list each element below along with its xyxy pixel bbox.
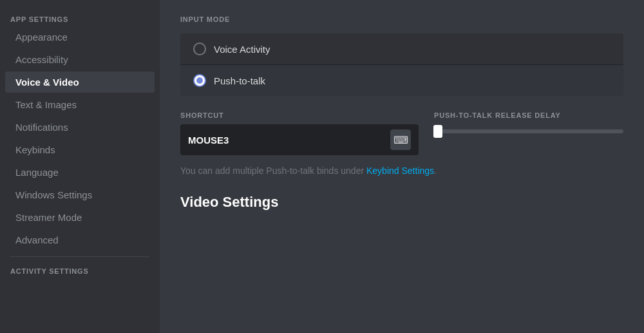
sidebar-item-windows-settings[interactable]: Windows Settings <box>5 184 155 205</box>
sidebar-item-label: Keybinds <box>15 144 55 155</box>
sidebar-item-label: Advanced <box>15 234 59 245</box>
sidebar: APP SETTINGS Appearance Accessibility Vo… <box>0 0 160 333</box>
shortcut-delay-row: SHORTCUT MOUSE3 ⌨ PUSH-TO-TALK RELEASE D… <box>180 111 623 155</box>
sidebar-item-label: Language <box>15 167 59 178</box>
delay-slider-thumb[interactable] <box>433 125 442 138</box>
delay-label: PUSH-TO-TALK RELEASE DELAY <box>434 111 623 119</box>
activity-settings-label: ACTIVITY SETTINGS <box>0 262 160 278</box>
keybind-info-text: You can add multiple Push-to-talk binds … <box>180 166 366 176</box>
shortcut-section: SHORTCUT MOUSE3 ⌨ <box>180 111 419 155</box>
delay-slider-container <box>434 129 623 133</box>
sidebar-item-appearance[interactable]: Appearance <box>5 26 155 48</box>
shortcut-label: SHORTCUT <box>180 111 419 119</box>
sidebar-item-advanced[interactable]: Advanced <box>5 229 155 251</box>
input-mode-options: Voice Activity Push-to-talk <box>180 33 623 96</box>
main-content: INPUT MODE Voice Activity Push-to-talk S… <box>160 0 644 333</box>
sidebar-item-label: Windows Settings <box>15 189 92 200</box>
keybind-info: You can add multiple Push-to-talk binds … <box>180 166 623 176</box>
sidebar-item-label: Appearance <box>15 32 68 43</box>
delay-section: PUSH-TO-TALK RELEASE DELAY <box>434 111 623 133</box>
sidebar-item-label: Text & Images <box>15 99 77 110</box>
shortcut-input-row[interactable]: MOUSE3 ⌨ <box>180 124 419 155</box>
delay-slider-track[interactable] <box>434 129 623 133</box>
sidebar-item-label: Accessibility <box>15 54 68 65</box>
voice-activity-label: Voice Activity <box>214 44 270 55</box>
sidebar-item-accessibility[interactable]: Accessibility <box>5 49 155 70</box>
sidebar-item-label: Notifications <box>15 122 68 133</box>
push-to-talk-radio[interactable] <box>193 74 206 87</box>
push-to-talk-label: Push-to-talk <box>214 75 265 86</box>
sidebar-item-notifications[interactable]: Notifications <box>5 117 155 138</box>
keybind-settings-link[interactable]: Keybind Settings <box>366 166 434 176</box>
keybind-info-end: . <box>434 166 437 176</box>
app-settings-label: APP SETTINGS <box>0 10 160 26</box>
sidebar-item-label: Voice & Video <box>15 77 79 88</box>
keyboard-icon: ⌨ <box>393 134 408 146</box>
sidebar-divider <box>10 256 149 257</box>
video-settings-title: Video Settings <box>180 194 623 211</box>
sidebar-item-text-images[interactable]: Text & Images <box>5 94 155 115</box>
sidebar-item-streamer-mode[interactable]: Streamer Mode <box>5 207 155 228</box>
keyboard-icon-button[interactable]: ⌨ <box>390 129 411 150</box>
push-to-talk-option[interactable]: Push-to-talk <box>180 65 623 96</box>
voice-activity-option[interactable]: Voice Activity <box>180 33 623 65</box>
input-mode-label: INPUT MODE <box>180 15 623 23</box>
sidebar-item-language[interactable]: Language <box>5 162 155 183</box>
sidebar-item-keybinds[interactable]: Keybinds <box>5 139 155 160</box>
sidebar-item-voice-video[interactable]: Voice & Video <box>5 71 155 93</box>
voice-activity-radio[interactable] <box>193 43 206 55</box>
sidebar-item-label: Streamer Mode <box>15 212 82 223</box>
shortcut-value: MOUSE3 <box>188 135 383 146</box>
